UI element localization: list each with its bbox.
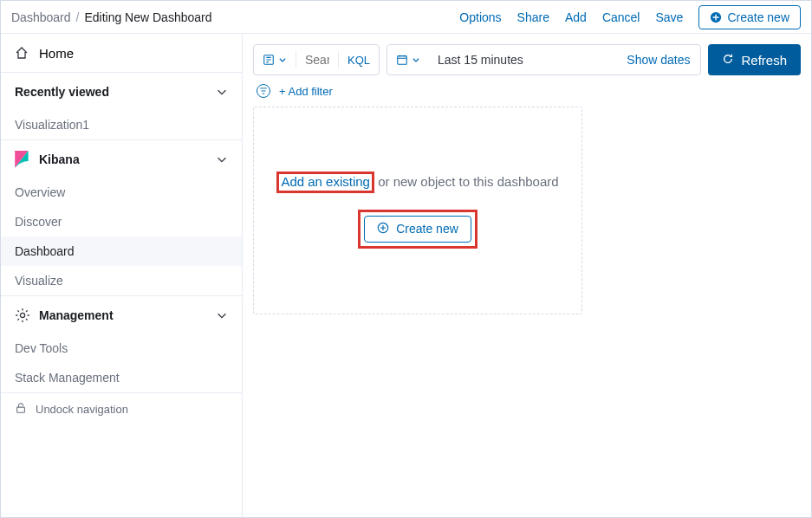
sidebar-item-dashboard[interactable]: Dashboard — [1, 236, 242, 266]
refresh-button[interactable]: Refresh — [708, 44, 801, 75]
home-link[interactable]: Home — [1, 34, 242, 72]
sidebar-item-discover[interactable]: Discover — [1, 207, 242, 236]
undock-label: Undock navigation — [36, 403, 128, 416]
svg-point-1 — [20, 313, 24, 317]
options-link[interactable]: Options — [459, 10, 501, 24]
refresh-label: Refresh — [741, 53, 787, 68]
svg-rect-2 — [17, 407, 25, 412]
save-link[interactable]: Save — [655, 10, 683, 24]
sidebar: Home Recently viewed Visualization1 Kiba… — [1, 34, 243, 517]
share-link[interactable]: Share — [517, 10, 549, 24]
cancel-link[interactable]: Cancel — [602, 10, 640, 24]
breadcrumb: Dashboard / Editing New Dashboard — [11, 10, 211, 24]
add-existing-link[interactable]: Add an existing — [281, 174, 370, 189]
create-new-label: Create new — [727, 10, 789, 24]
create-new-panel-button[interactable]: Create new — [364, 216, 471, 243]
topbar-actions: Options Share Add Cancel Save Create new — [459, 5, 801, 29]
empty-dashboard-panel: Add an existing or new object to this da… — [253, 107, 582, 314]
search-input-wrapper — [296, 53, 338, 67]
plus-circle-icon — [377, 222, 389, 236]
lock-icon — [15, 402, 27, 417]
management-header[interactable]: Management — [1, 295, 242, 333]
refresh-icon — [722, 53, 734, 68]
kibana-label: Kibana — [39, 152, 80, 166]
recently-viewed-header[interactable]: Recently viewed — [1, 72, 242, 110]
gear-icon — [15, 308, 32, 323]
home-label: Home — [39, 46, 74, 61]
filter-options-icon[interactable] — [257, 84, 270, 98]
undock-navigation[interactable]: Undock navigation — [1, 392, 242, 425]
search-input[interactable] — [296, 53, 338, 67]
recently-viewed-label: Recently viewed — [15, 85, 109, 99]
add-link[interactable]: Add — [565, 10, 587, 24]
chevron-down-icon — [216, 153, 228, 165]
sidebar-item-overview[interactable]: Overview — [1, 178, 242, 207]
home-icon — [15, 46, 32, 60]
add-filter-link[interactable]: + Add filter — [279, 85, 333, 98]
breadcrumb-root[interactable]: Dashboard — [11, 10, 71, 24]
main-content: KQL Last 15 minutes Show dates Refresh — [243, 34, 811, 517]
kql-button[interactable]: KQL — [339, 54, 379, 67]
empty-panel-message: Add an existing or new object to this da… — [276, 172, 558, 192]
chevron-down-icon — [216, 86, 228, 98]
create-new-button[interactable]: Create new — [698, 5, 801, 29]
recent-item-visualization1[interactable]: Visualization1 — [1, 110, 242, 139]
sidebar-item-visualize[interactable]: Visualize — [1, 266, 242, 295]
empty-panel-text: or new object to this dashboard — [374, 174, 559, 189]
plus-circle-icon — [710, 11, 722, 23]
kibana-logo-icon — [15, 151, 32, 168]
kibana-header[interactable]: Kibana — [1, 139, 242, 178]
svg-rect-4 — [398, 56, 407, 65]
breadcrumb-current: Editing New Dashboard — [84, 10, 211, 24]
show-dates-link[interactable]: Show dates — [616, 53, 700, 67]
sidebar-item-dev-tools[interactable]: Dev Tools — [1, 333, 242, 363]
time-range-display[interactable]: Last 15 minutes — [429, 53, 616, 67]
management-label: Management — [39, 308, 114, 322]
saved-queries-button[interactable] — [254, 45, 296, 74]
create-new-panel-label: Create new — [396, 222, 458, 236]
breadcrumb-separator: / — [76, 10, 80, 24]
chevron-down-icon — [216, 309, 228, 321]
sidebar-item-stack-management[interactable]: Stack Management — [1, 363, 242, 392]
timepicker-calendar-button[interactable] — [387, 54, 429, 66]
